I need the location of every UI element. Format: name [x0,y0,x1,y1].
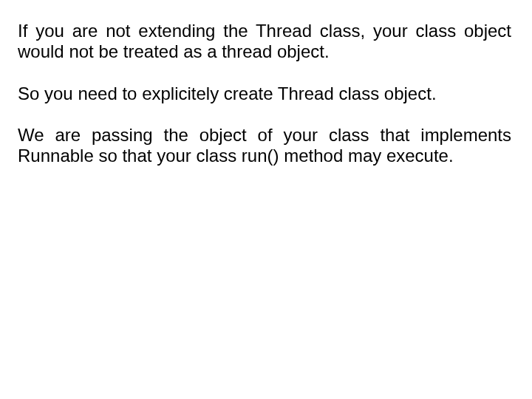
slide: If you are not extending the Thread clas… [0,0,532,399]
paragraph-3: We are passing the object of your class … [18,125,511,167]
paragraph-1: If you are not extending the Thread clas… [18,21,511,63]
paragraph-2: So you need to explicitely create Thread… [18,83,511,104]
